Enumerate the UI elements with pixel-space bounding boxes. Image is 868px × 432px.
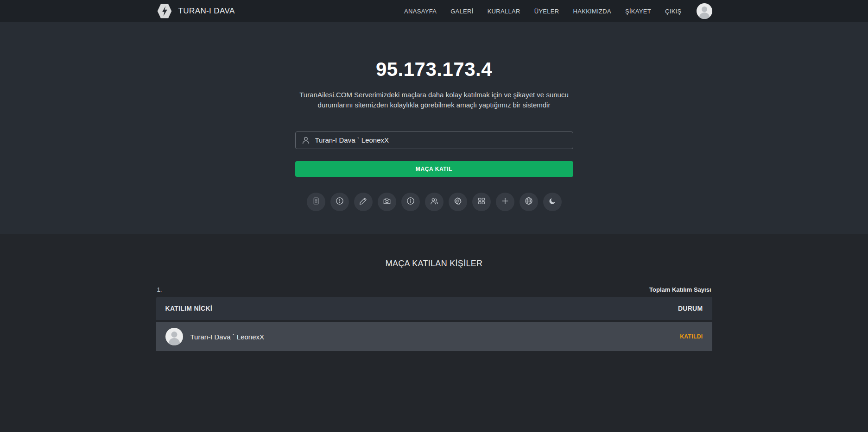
gear-icon: [453, 196, 463, 207]
users-icon: [430, 196, 439, 207]
nav-item-hakkimizda[interactable]: HAKKIMIZDA: [573, 8, 611, 15]
participant-avatar: [165, 328, 183, 345]
toolbar-button-users[interactable]: [425, 193, 444, 211]
alert-icon: [335, 196, 344, 207]
toolbar-button-pencil[interactable]: [354, 193, 373, 211]
toolbar-button-alert[interactable]: [330, 193, 349, 211]
brand[interactable]: TURAN-I DAVA: [156, 3, 235, 19]
participant-nick: Turan-I Dava ` LeonexX: [190, 333, 265, 341]
navbar: TURAN-I DAVA ANASAYFA GALERİ KURALLAR ÜY…: [0, 0, 868, 22]
toolbar: [0, 193, 868, 211]
globe-icon: [524, 196, 533, 207]
nav-item-sikayet[interactable]: ŞİKAYET: [625, 8, 651, 15]
document-icon: [311, 196, 321, 207]
person-icon: [301, 135, 311, 145]
table-meta: 1. Toplam Katılım Sayısı: [156, 286, 712, 297]
nickname-field-wrapper: [295, 131, 573, 149]
column-header-nick: KATILIM NİCKİ: [165, 305, 213, 312]
toolbar-button-info[interactable]: [401, 193, 420, 211]
toolbar-button-gear[interactable]: [449, 193, 467, 211]
table-row[interactable]: Turan-I Dava ` LeonexX KATILDI: [156, 322, 712, 351]
hero-section: 95.173.173.4 TuranAilesi.COM Serverimizd…: [0, 22, 868, 234]
nav-item-anasayfa[interactable]: ANASAYFA: [404, 8, 437, 15]
moon-icon: [548, 196, 557, 207]
row-index-label: 1.: [157, 286, 162, 293]
nav-item-kurallar[interactable]: KURALLAR: [488, 8, 520, 15]
nickname-input[interactable]: [295, 131, 573, 149]
hero-description: TuranAilesi.COM Serverimizdeki maçlara d…: [298, 90, 570, 110]
table-header: KATILIM NİCKİ DURUM: [156, 297, 712, 320]
info-icon: [406, 196, 415, 207]
toolbar-button-plus[interactable]: [496, 193, 514, 211]
toolbar-button-document[interactable]: [307, 193, 325, 211]
column-header-status: DURUM: [678, 305, 703, 312]
toolbar-button-globe[interactable]: [520, 193, 538, 211]
nav-item-uyeler[interactable]: ÜYELER: [534, 8, 559, 15]
join-match-button[interactable]: MAÇA KATIL: [295, 161, 573, 177]
grid-icon: [477, 196, 486, 207]
nav-item-cikis[interactable]: ÇIKIŞ: [665, 8, 681, 15]
plus-icon: [501, 196, 510, 207]
participants-title: MAÇA KATILAN KİŞİLER: [0, 259, 868, 269]
participants-section: MAÇA KATILAN KİŞİLER 1. Toplam Katılım S…: [0, 234, 868, 351]
avatar[interactable]: [697, 3, 712, 19]
pencil-icon: [359, 196, 368, 207]
toolbar-button-moon[interactable]: [543, 193, 562, 211]
total-participation-label: Toplam Katılım Sayısı: [649, 286, 711, 293]
lightning-hexagon-icon: [156, 3, 173, 19]
camera-icon: [382, 196, 392, 207]
nav-item-galeri[interactable]: GALERİ: [450, 8, 473, 15]
nav-links: ANASAYFA GALERİ KURALLAR ÜYELER HAKKIMIZ…: [404, 3, 712, 19]
toolbar-button-grid[interactable]: [472, 193, 491, 211]
participant-status-badge: KATILDI: [680, 333, 703, 340]
brand-title: TURAN-I DAVA: [178, 6, 235, 16]
server-ip: 95.173.173.4: [0, 58, 868, 81]
toolbar-button-camera[interactable]: [378, 193, 396, 211]
